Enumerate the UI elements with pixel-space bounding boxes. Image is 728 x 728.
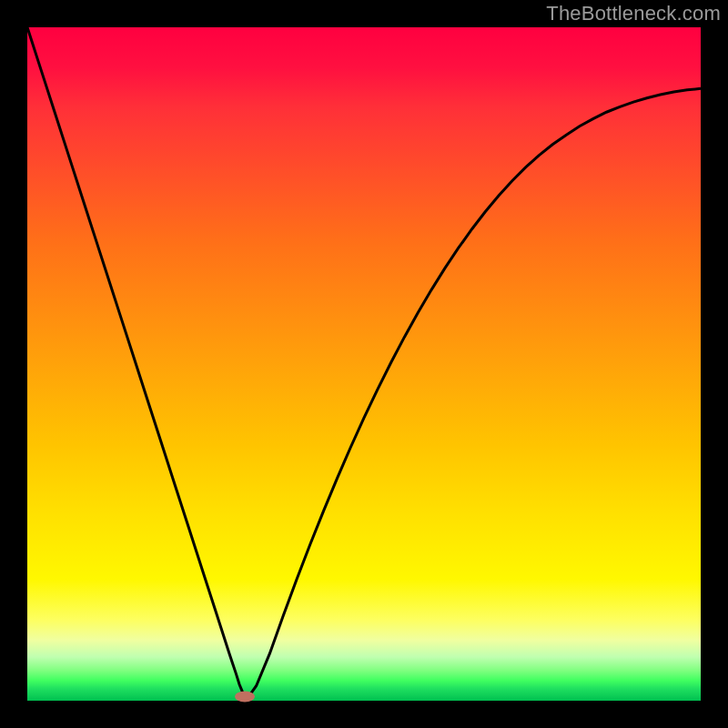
watermark-text: TheBottleneck.com <box>546 2 721 25</box>
plot-area <box>27 27 701 701</box>
plot-svg <box>27 27 701 701</box>
chart-frame: TheBottleneck.com <box>0 0 728 728</box>
minimum-marker <box>235 692 255 703</box>
curve-line <box>27 27 701 697</box>
